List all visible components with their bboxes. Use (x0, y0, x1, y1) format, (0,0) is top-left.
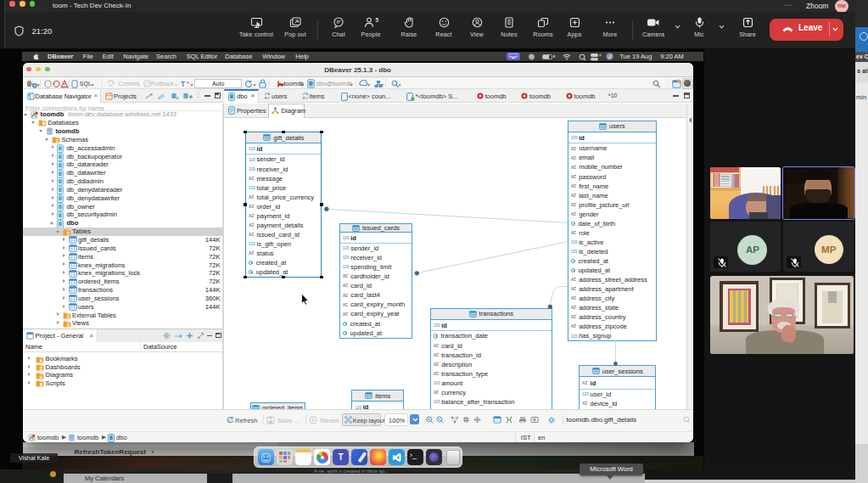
svg-text:5: 5 (376, 17, 379, 23)
